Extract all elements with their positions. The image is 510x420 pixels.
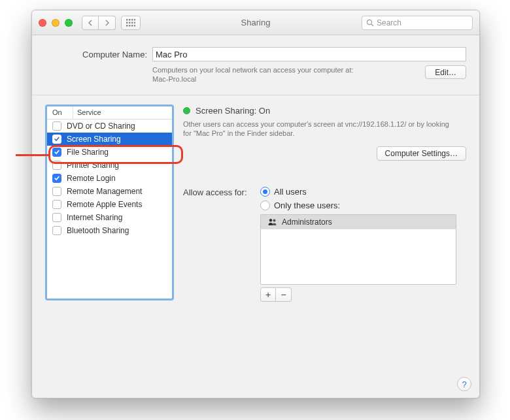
service-checkbox[interactable]: [52, 121, 61, 131]
search-placeholder: Search: [377, 18, 401, 27]
svg-rect-1: [129, 19, 131, 21]
service-checkbox[interactable]: [52, 174, 61, 183]
close-window-button[interactable]: [39, 19, 46, 27]
search-icon: [366, 19, 374, 27]
service-checkbox[interactable]: [52, 226, 61, 235]
computer-name-subtext: Computers on your local network can acce…: [152, 65, 420, 84]
services-header-on[interactable]: On: [47, 106, 73, 119]
service-row[interactable]: Remote Apple Events: [47, 198, 172, 211]
service-row[interactable]: Remote Login: [47, 172, 172, 185]
service-label: Remote Login: [67, 174, 116, 183]
service-checkbox[interactable]: [52, 187, 61, 196]
service-row[interactable]: Screen Sharing: [47, 133, 172, 146]
preferences-window: Sharing Search Computer Name: Computers …: [31, 10, 480, 398]
allowed-users-list[interactable]: Administrators: [260, 214, 456, 285]
radio-only-these-users-label: Only these users:: [274, 201, 340, 210]
service-checkbox[interactable]: [52, 148, 61, 157]
svg-rect-4: [126, 22, 128, 24]
service-row[interactable]: Printer Sharing: [47, 159, 172, 172]
svg-line-13: [371, 24, 373, 26]
svg-rect-3: [134, 19, 135, 21]
search-input[interactable]: Search: [362, 16, 473, 30]
add-user-button[interactable]: +: [260, 287, 276, 302]
service-label: File Sharing: [67, 148, 109, 157]
svg-rect-6: [131, 22, 133, 24]
service-checkbox[interactable]: [52, 213, 61, 222]
service-label: Screen Sharing: [67, 135, 121, 144]
status-label: Screen Sharing: On: [196, 106, 270, 116]
computer-name-input[interactable]: [152, 47, 466, 61]
service-checkbox[interactable]: [52, 161, 61, 170]
back-button[interactable]: [82, 16, 99, 30]
service-row[interactable]: Remote Management: [47, 185, 172, 198]
services-list: On Service DVD or CD SharingScreen Shari…: [45, 105, 174, 300]
forward-button[interactable]: [99, 16, 116, 30]
group-icon: [267, 218, 278, 226]
svg-rect-0: [126, 19, 128, 21]
service-checkbox[interactable]: [52, 135, 61, 144]
services-panel: On Service DVD or CD SharingScreen Shari…: [45, 105, 174, 302]
minimize-window-button[interactable]: [52, 19, 60, 27]
svg-point-14: [269, 219, 272, 221]
radio-all-users-label: All users: [274, 187, 307, 197]
svg-point-15: [273, 219, 276, 222]
user-row[interactable]: Administrators: [261, 215, 456, 229]
svg-rect-10: [131, 25, 133, 27]
svg-rect-2: [131, 19, 133, 21]
zoom-window-button[interactable]: [65, 19, 73, 27]
divider: [32, 95, 479, 95]
show-all-button[interactable]: [121, 16, 141, 30]
titlebar: Sharing Search: [32, 10, 479, 35]
edit-hostname-button[interactable]: Edit…: [425, 65, 466, 79]
service-detail-panel: Screen Sharing: On Other users can acces…: [183, 105, 466, 302]
svg-rect-11: [134, 25, 135, 27]
svg-rect-7: [134, 22, 135, 24]
remove-user-button[interactable]: −: [276, 287, 292, 302]
service-label: Remote Apple Events: [67, 200, 142, 209]
help-button[interactable]: ?: [457, 377, 471, 391]
svg-rect-9: [129, 25, 131, 27]
service-label: Bluetooth Sharing: [67, 226, 129, 235]
service-label: Internet Sharing: [67, 213, 122, 222]
status-indicator-icon: [183, 107, 190, 114]
window-controls: [39, 19, 73, 27]
service-row[interactable]: File Sharing: [47, 146, 172, 159]
services-header-service[interactable]: Service: [73, 106, 172, 119]
radio-all-users[interactable]: [260, 187, 270, 197]
svg-rect-8: [126, 25, 128, 27]
service-label: DVD or CD Sharing: [67, 121, 135, 131]
status-description: Other users can access your computer's s…: [183, 120, 458, 139]
content-area: Computer Name: Computers on your local n…: [32, 35, 479, 311]
service-row[interactable]: DVD or CD Sharing: [47, 120, 172, 133]
service-label: Remote Management: [67, 187, 142, 196]
user-label: Administrators: [282, 218, 332, 227]
svg-rect-5: [129, 22, 131, 24]
allow-access-label: Allow access for:: [183, 187, 254, 197]
service-checkbox[interactable]: [52, 200, 61, 209]
radio-only-these-users[interactable]: [260, 201, 270, 210]
svg-point-12: [367, 20, 371, 24]
service-label: Printer Sharing: [67, 161, 119, 170]
computer-name-label: Computer Name:: [45, 50, 147, 59]
computer-settings-button[interactable]: Computer Settings…: [377, 146, 466, 161]
service-row[interactable]: Internet Sharing: [47, 211, 172, 224]
service-row[interactable]: Bluetooth Sharing: [47, 224, 172, 237]
